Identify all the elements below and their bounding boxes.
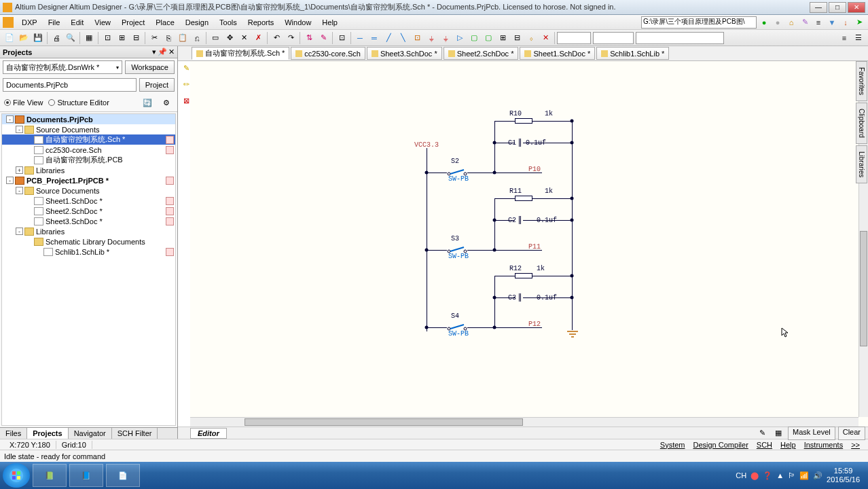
options-icon[interactable]: ⚙	[160, 96, 173, 109]
tray-clock[interactable]: 15:59 2016/5/16	[827, 467, 860, 484]
tray-lang[interactable]: CH	[736, 471, 746, 479]
document-tab[interactable]: Sheet3.SchDoc *	[367, 47, 442, 60]
net-label-icon[interactable]: ⊡	[410, 31, 424, 45]
menu-project[interactable]: Project	[116, 17, 150, 28]
status-help[interactable]: Help	[776, 441, 800, 449]
horizontal-scrollbar[interactable]	[190, 417, 858, 427]
tree-expand-icon[interactable]: -	[16, 228, 23, 235]
nav-fwd-icon[interactable]: ●	[772, 16, 784, 29]
part-icon[interactable]: ▷	[453, 31, 467, 45]
tree-row[interactable]: Schlib1.SchLib *	[2, 247, 175, 257]
taskbar-app-3[interactable]: 📄	[106, 464, 140, 487]
tree-row[interactable]: 自动窗帘控制系统.Sch *	[2, 134, 175, 145]
compile-icon[interactable]: ▦	[82, 31, 96, 45]
schematic-canvas[interactable]: VCC3.3 S2 SW-PB S3 SW-PB S4 SW-PB	[190, 61, 868, 427]
paste-icon[interactable]: 📋	[176, 31, 189, 45]
tree-row[interactable]: -Source Documents	[2, 185, 175, 196]
clear-icon[interactable]: ✗	[251, 31, 265, 45]
document-tab[interactable]: Sheet2.SchDoc *	[444, 47, 519, 60]
list-icon[interactable]: ☰	[852, 31, 865, 45]
tray-network-icon[interactable]: 📶	[799, 471, 809, 480]
editor-icon-1[interactable]: ✎	[755, 427, 769, 440]
zoom-fit-icon[interactable]: ⊡	[101, 31, 114, 45]
minimize-button[interactable]: —	[810, 2, 827, 13]
menu-place[interactable]: Place	[150, 17, 180, 28]
workspace-combo[interactable]: 自动窗帘控制系统.DsnWrk *▾	[3, 60, 122, 74]
workspace-button[interactable]: Workspace	[125, 60, 175, 74]
tab-projects[interactable]: Projects	[27, 428, 68, 439]
tree-row[interactable]: cc2530-core.Sch	[2, 145, 175, 155]
tab-sch-filter[interactable]: SCH Filter	[112, 428, 158, 439]
deselect-icon[interactable]: ✕	[237, 31, 251, 45]
tree-expand-icon[interactable]: -	[16, 126, 23, 133]
move-icon[interactable]: ✥	[223, 31, 236, 45]
preview-icon[interactable]: 🔍	[64, 31, 77, 45]
close-button[interactable]: ✕	[848, 2, 865, 13]
menu-help[interactable]: Help	[317, 17, 343, 28]
start-button[interactable]	[3, 463, 30, 488]
document-tab[interactable]: cc2530-core.Sch	[291, 47, 365, 60]
sheet-entry-icon[interactable]: ▢	[482, 31, 495, 45]
tray-flag-icon[interactable]: 🏳	[788, 471, 795, 479]
tree-row[interactable]: -Libraries	[2, 226, 175, 236]
hierarchy-up-icon[interactable]: ⇅	[302, 31, 316, 45]
highlight-icon[interactable]: ✎	[799, 16, 811, 29]
tray-icon-2[interactable]: ❓	[763, 471, 772, 480]
new-icon[interactable]: 📄	[3, 31, 16, 45]
tree-row[interactable]: -Documents.PrjPcb	[2, 114, 175, 124]
cursor-icon[interactable]: ↓	[839, 16, 852, 29]
project-tree[interactable]: -Documents.PrjPcb-Source Documents自动窗帘控制…	[1, 113, 176, 426]
power-port-icon[interactable]: ⏚	[424, 31, 438, 45]
nav-back-icon[interactable]: ●	[758, 16, 770, 29]
project-combo[interactable]: Documents.PrjPcb	[3, 78, 137, 92]
open-icon[interactable]: 📂	[17, 31, 31, 45]
document-tab[interactable]: Sheet1.SchDoc *	[520, 47, 595, 60]
clear-button[interactable]: Clear	[838, 427, 865, 440]
device-sheet-icon[interactable]: ⊞	[496, 31, 509, 45]
nav-icon[interactable]: ➤	[853, 16, 865, 29]
menu-edit[interactable]: Edit	[65, 17, 89, 28]
tree-expand-icon[interactable]: -	[6, 177, 14, 184]
tray-icon-1[interactable]: ⬤	[751, 471, 759, 480]
port-icon[interactable]: ⬨	[524, 31, 538, 45]
menu-design[interactable]: Design	[180, 17, 214, 28]
copy-icon[interactable]: ⎘	[162, 31, 175, 45]
refresh-icon[interactable]: 🔄	[141, 96, 154, 109]
combo-2[interactable]	[593, 32, 634, 44]
tree-row[interactable]: Sheet2.SchDoc *	[2, 206, 175, 216]
side-tab-favorites[interactable]: Favorites	[856, 61, 867, 101]
filter-icon[interactable]: ≡	[812, 16, 825, 29]
status-instruments[interactable]: Instruments	[800, 441, 847, 449]
menu-dxp[interactable]: DXP	[16, 17, 43, 28]
side-tab-clipboard[interactable]: Clipboard	[856, 103, 867, 144]
tree-row[interactable]: Sheet3.SchDoc *	[2, 216, 175, 226]
sheet-symbol-icon[interactable]: ▢	[467, 31, 481, 45]
menu-tools[interactable]: Tools	[214, 17, 242, 28]
browse-icon[interactable]: ⊡	[335, 31, 348, 45]
editor-icon-2[interactable]: ▦	[772, 427, 785, 440]
bus-icon[interactable]: ═	[367, 31, 381, 45]
cross-probe-icon[interactable]: ✎	[317, 31, 330, 45]
tree-row[interactable]: Sheet1.SchDoc *	[2, 196, 175, 206]
save-icon[interactable]: 💾	[31, 31, 45, 45]
panel-close-icon[interactable]: ✕	[168, 48, 175, 56]
bus-entry-icon[interactable]: ╲	[396, 31, 410, 45]
status-design-compiler[interactable]: Design Compiler	[689, 441, 753, 449]
tree-row[interactable]: Schematic Library Documents	[2, 236, 175, 247]
nav-home-icon[interactable]: ⌂	[785, 16, 797, 29]
document-tab[interactable]: 自动窗帘控制系统.Sch *	[192, 47, 289, 60]
status-system[interactable]: System	[656, 441, 689, 449]
redo-icon[interactable]: ↷	[284, 31, 297, 45]
panel-dropdown-icon[interactable]: ▾	[152, 48, 156, 56]
editor-tab[interactable]: Editor	[190, 428, 227, 439]
radio-structure-editor[interactable]: Structure Editor	[48, 98, 109, 107]
tray-volume-icon[interactable]: 🔊	[813, 471, 822, 480]
maximize-button[interactable]: □	[829, 2, 846, 13]
grid-menu-icon[interactable]: ≡	[837, 31, 851, 45]
wire-icon[interactable]: ─	[353, 31, 367, 45]
panel-pin-icon[interactable]: 📌	[158, 48, 167, 56]
harness-icon[interactable]: ⊟	[510, 31, 524, 45]
tray-icon-3[interactable]: ▲	[776, 471, 784, 479]
zoom-area-icon[interactable]: ⊞	[115, 31, 128, 45]
status-sch[interactable]: SCH	[753, 441, 776, 449]
